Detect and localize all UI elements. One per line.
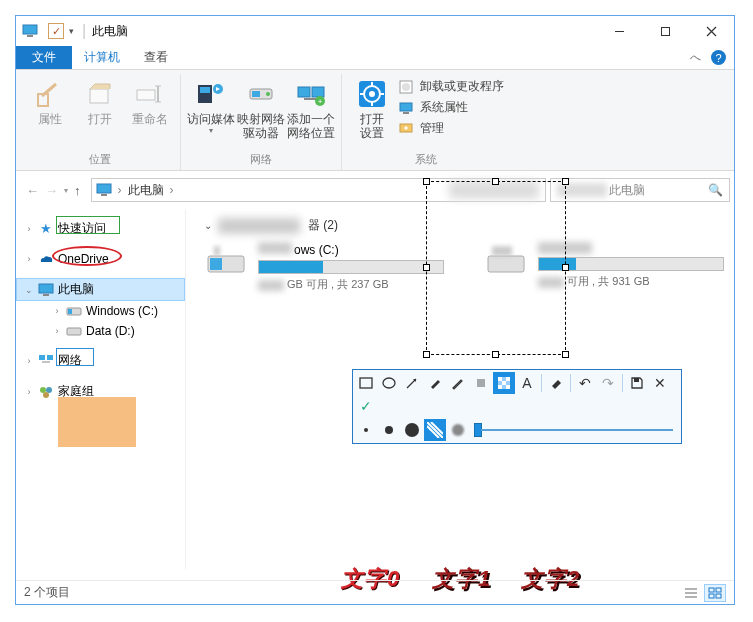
nav-quick-access[interactable]: ›★ 快速访问 [16, 217, 185, 240]
properties-button[interactable]: 属性 [26, 74, 74, 150]
mosaic-pattern-icon[interactable] [424, 419, 446, 441]
tool-rect-icon[interactable] [355, 372, 377, 394]
maximize-button[interactable] [642, 16, 688, 46]
tool-pen-icon[interactable] [447, 372, 469, 394]
open-settings-button[interactable]: 打开设置 [348, 74, 396, 150]
this-pc-icon [38, 283, 54, 297]
svg-point-54 [383, 378, 395, 388]
section-header[interactable]: ⌄ 器 (2) [204, 217, 726, 234]
minimize-button[interactable] [596, 16, 642, 46]
collapse-ribbon-icon[interactable]: へ [690, 50, 701, 65]
open-button[interactable]: 打开 [76, 74, 124, 150]
svg-rect-51 [488, 256, 524, 272]
svg-rect-81 [716, 594, 721, 598]
qat-properties-icon[interactable]: ✓ [48, 23, 64, 39]
status-bar: 2 个项目 [16, 580, 734, 604]
nav-back-icon[interactable]: ← [26, 183, 39, 198]
map-drive-button[interactable]: 映射网络驱动器 [237, 74, 285, 150]
status-item-count: 2 个项目 [24, 584, 70, 601]
svg-rect-60 [498, 381, 502, 385]
svg-point-47 [43, 392, 49, 398]
nav-forward-icon[interactable]: → [45, 183, 58, 198]
blurred-region [218, 218, 300, 234]
tool-eraser-icon[interactable] [545, 372, 567, 394]
svg-rect-32 [400, 103, 412, 111]
view-large-button[interactable] [704, 584, 726, 602]
tab-view[interactable]: 查看 [132, 46, 180, 69]
svg-rect-16 [252, 91, 260, 97]
ribbon-tabs: 文件 计算机 查看 へ ? [16, 46, 734, 70]
svg-point-67 [364, 428, 368, 432]
tool-save-icon[interactable] [626, 372, 648, 394]
blur-brush-icon[interactable] [447, 419, 469, 441]
svg-rect-13 [200, 87, 210, 93]
svg-rect-33 [403, 112, 409, 114]
nav-network[interactable]: › 网络 [16, 349, 185, 372]
blurred-region [258, 280, 284, 291]
svg-point-45 [40, 387, 46, 393]
nav-homegroup[interactable]: › 家庭组 [16, 380, 185, 403]
svg-rect-8 [137, 90, 155, 100]
tool-undo-icon[interactable]: ↶ [574, 372, 596, 394]
manage-button[interactable]: 管理 [398, 120, 504, 137]
svg-rect-43 [47, 355, 53, 360]
tab-computer[interactable]: 计算机 [72, 46, 132, 69]
close-button[interactable] [688, 16, 734, 46]
tool-ellipse-icon[interactable] [378, 372, 400, 394]
drive-d-item[interactable]: 可用 , 共 931 GB [484, 242, 724, 292]
tool-mosaic-icon[interactable] [493, 372, 515, 394]
svg-rect-19 [312, 87, 324, 97]
tool-brush-icon[interactable] [424, 372, 446, 394]
nav-drive-c[interactable]: › Windows (C:) [44, 301, 185, 321]
svg-rect-53 [360, 378, 372, 388]
svg-rect-42 [39, 355, 45, 360]
size-small-icon[interactable] [355, 419, 377, 441]
add-location-button[interactable]: + 添加一个网络位置 [287, 74, 335, 150]
svg-rect-56 [477, 379, 485, 387]
blurred-region [538, 277, 564, 288]
nav-onedrive[interactable]: › OneDrive [16, 248, 185, 270]
uninstall-button[interactable]: 卸载或更改程序 [398, 78, 504, 95]
svg-rect-0 [23, 25, 37, 34]
annotation-orange-block [58, 397, 136, 447]
nav-this-pc[interactable]: ⌄ 此电脑 [16, 278, 185, 301]
svg-rect-58 [502, 377, 506, 381]
file-tab[interactable]: 文件 [16, 46, 72, 69]
svg-rect-65 [506, 385, 510, 389]
tool-confirm-icon[interactable]: ✓ [355, 395, 377, 417]
search-icon[interactable]: 🔍 [708, 183, 723, 197]
svg-rect-49 [210, 258, 222, 270]
rename-button[interactable]: 重命名 [126, 74, 174, 150]
this-pc-icon [22, 24, 38, 38]
group-network: 访问媒体 ▾ 映射网络驱动器 + 添加一个网络位置 网络 [181, 74, 342, 170]
svg-rect-59 [506, 377, 510, 381]
screenshot-toolbar: A ↶ ↷ ✕ ✓ [352, 369, 682, 444]
address-box[interactable]: › 此电脑 › [91, 178, 547, 202]
tool-highlight-icon[interactable] [470, 372, 492, 394]
svg-rect-3 [661, 27, 669, 35]
nav-history-icon[interactable]: ▾ [64, 186, 68, 195]
access-media-button[interactable]: 访问媒体 ▾ [187, 74, 235, 150]
qat-dropdown-icon[interactable]: ▾ [66, 26, 76, 36]
nav-drive-d[interactable]: › Data (D:) [44, 321, 185, 341]
help-icon[interactable]: ? [711, 50, 726, 65]
drive-c-item[interactable]: ows (C:) GB 可用 , 共 237 GB [204, 242, 444, 292]
tool-redo-icon[interactable]: ↷ [597, 372, 619, 394]
nav-up-icon[interactable]: ↑ [74, 183, 81, 198]
tool-text-icon[interactable]: A [516, 372, 538, 394]
this-pc-icon [96, 183, 112, 197]
tool-arrow-icon[interactable] [401, 372, 423, 394]
svg-point-74 [452, 424, 464, 436]
tool-cancel-icon[interactable]: ✕ [649, 372, 671, 394]
size-med-icon[interactable] [378, 419, 400, 441]
view-details-button[interactable] [680, 584, 702, 602]
svg-rect-79 [716, 588, 721, 592]
search-box[interactable]: 此电脑 🔍 [550, 178, 730, 202]
svg-rect-52 [492, 246, 512, 256]
size-large-icon[interactable] [401, 419, 423, 441]
svg-text:+: + [318, 97, 323, 106]
system-props-button[interactable]: 系统属性 [398, 99, 504, 116]
svg-rect-40 [68, 309, 72, 314]
window-title: 此电脑 [92, 23, 128, 40]
slider-track[interactable] [481, 429, 673, 431]
